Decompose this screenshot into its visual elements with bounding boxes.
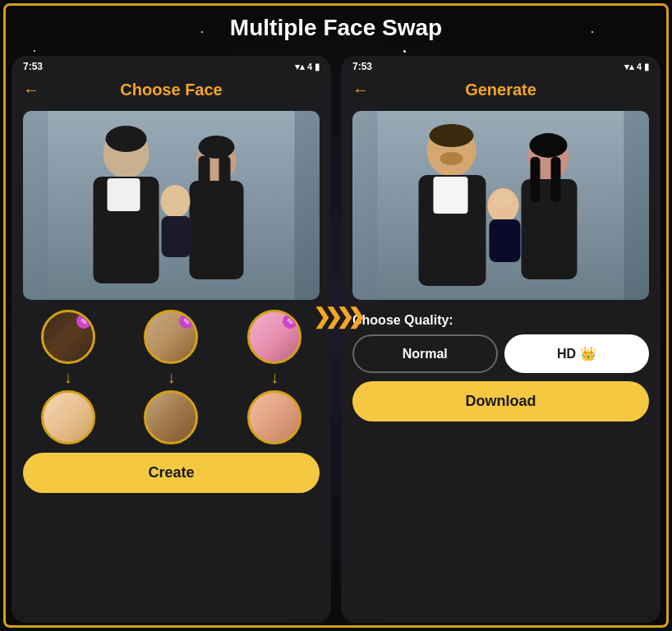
svg-point-17 [440,152,463,165]
phones-container: 7:53 ▾▴ 4 ▮ ← Choose Face [12,56,660,623]
svg-rect-21 [551,157,561,202]
generated-family-photo [352,111,649,300]
generated-photo-area [352,111,649,300]
svg-rect-11 [219,156,231,197]
normal-label: Normal [403,347,448,361]
source-family-photo [23,111,320,300]
family-silhouette-right [352,111,649,300]
face-pairs-container: ✎ ↓ ✎ ↓ ✎ [12,306,331,448]
star-decoration [403,50,406,53]
quality-label: Choose Quality: [352,313,649,328]
source-face-3[interactable]: ✎ [247,310,301,364]
star-decoration [34,50,35,52]
time-left: 7:53 [23,61,43,72]
status-icons-right: ▾▴ 4 ▮ [624,62,649,72]
edit-icon-3: ✎ [287,317,293,326]
edit-badge-2[interactable]: ✎ [179,314,194,329]
svg-point-9 [199,136,235,159]
signal-icon-right: ▾▴ [624,62,634,72]
down-arrow-2: ↓ [167,369,175,385]
status-icons-left: ▾▴ 4 ▮ [295,62,320,72]
face-pair-1: ✎ ↓ [41,310,95,444]
edit-icon-2: ✎ [183,317,190,326]
svg-point-16 [430,124,474,147]
svg-point-22 [530,133,568,158]
generate-title: Generate [465,81,536,99]
phone-right: 7:53 ▾▴ 4 ▮ ← Generate [341,56,660,623]
app-header-left: ← Choose Face [12,74,331,108]
family-silhouette-left [23,111,320,300]
face-pair-3: ✎ ↓ [247,310,301,444]
svg-point-5 [161,185,191,218]
edit-badge-1[interactable]: ✎ [76,314,91,329]
network-icon: 4 [307,62,312,71]
svg-rect-6 [162,216,191,257]
target-face-3[interactable] [247,390,301,444]
target-face-1[interactable] [41,390,95,444]
source-face-1[interactable]: ✎ [41,310,95,364]
hd-label: HD 👑 [557,347,596,361]
svg-rect-15 [434,177,468,214]
app-header-right: ← Generate [341,74,660,108]
quality-section: Choose Quality: Normal HD 👑 [341,306,660,376]
face-pair-2: ✎ ↓ [144,310,198,444]
battery-icon: ▮ [315,62,320,72]
page-title: Multiple Face Swap [0,15,672,41]
svg-rect-10 [199,156,210,197]
status-bar-right: 7:53 ▾▴ 4 ▮ [341,56,660,74]
svg-rect-4 [190,181,244,279]
edit-icon-1: ✎ [81,317,87,326]
signal-icon: ▾▴ [295,62,305,72]
choose-face-title: Choose Face [120,81,222,99]
between-arrows: ❯❯❯❯ [313,304,359,329]
svg-rect-24 [490,219,521,262]
phone-left: 7:53 ▾▴ 4 ▮ ← Choose Face [12,56,331,623]
svg-point-25 [494,191,513,208]
battery-icon-right: ▮ [644,62,649,72]
source-face-2[interactable]: ✎ [144,310,198,364]
down-arrow-1: ↓ [64,369,72,385]
back-button-right[interactable]: ← [352,81,369,99]
quality-buttons-container: Normal HD 👑 [352,334,649,373]
create-button[interactable]: Create [23,453,320,493]
download-button[interactable]: Download [352,381,649,421]
down-arrow-3: ↓ [270,369,278,385]
svg-rect-20 [531,157,541,202]
hd-quality-button[interactable]: HD 👑 [504,334,650,373]
svg-point-8 [106,126,147,152]
target-face-2[interactable] [144,390,198,444]
edit-badge-3[interactable]: ✎ [283,314,297,329]
time-right: 7:53 [352,61,372,72]
svg-rect-19 [522,179,578,279]
status-bar-left: 7:53 ▾▴ 4 ▮ [12,56,331,74]
svg-rect-7 [108,178,140,211]
network-icon-right: 4 [637,62,642,71]
normal-quality-button[interactable]: Normal [352,334,498,373]
back-button-left[interactable]: ← [23,81,39,99]
source-photo-area [23,111,320,300]
